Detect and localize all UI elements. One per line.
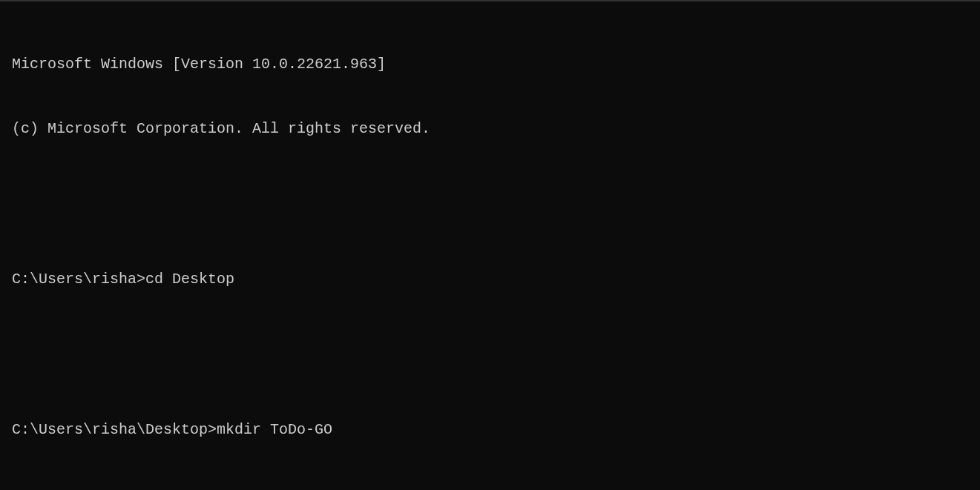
copyright-line: (c) Microsoft Corporation. All rights re… (12, 118, 968, 139)
blank-line (12, 182, 968, 204)
command-line: C:\Users\risha>cd Desktop (12, 268, 968, 290)
prompt: C:\Users\risha\Desktop> (12, 421, 217, 438)
prompt: C:\Users\risha> (12, 271, 145, 288)
blank-line (12, 333, 968, 354)
version-line: Microsoft Windows [Version 10.0.22621.96… (12, 53, 968, 75)
command-text: cd Desktop (145, 271, 234, 288)
terminal[interactable]: Microsoft Windows [Version 10.0.22621.96… (12, 10, 968, 490)
blank-line (12, 483, 968, 490)
command-text: mkdir ToDo-GO (217, 421, 332, 438)
command-line: C:\Users\risha\Desktop>mkdir ToDo-GO (12, 419, 968, 440)
